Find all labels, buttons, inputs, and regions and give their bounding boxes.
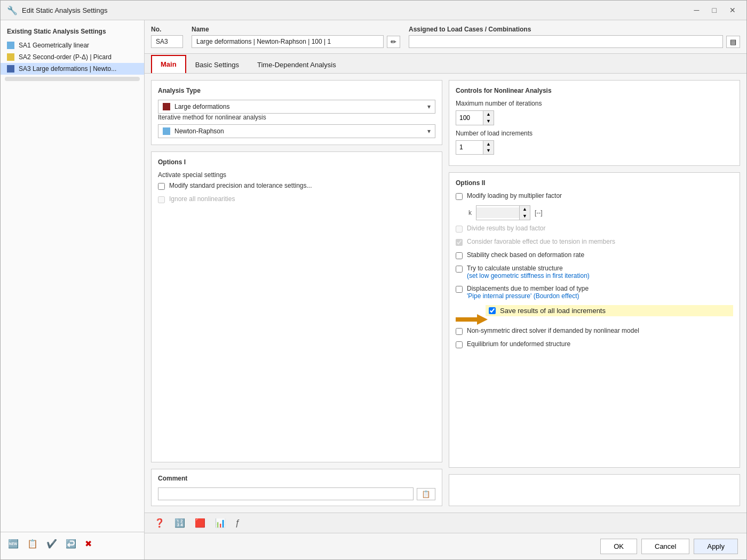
cancel-button[interactable]: Cancel (641, 539, 689, 554)
num-increments-input[interactable] (456, 142, 483, 153)
sa3-color-box (7, 65, 14, 73)
delete-button[interactable]: ✖ (82, 537, 95, 551)
k-up-button[interactable]: ▲ (520, 206, 530, 213)
sa3-label: SA3 Large deformations | Newto... (19, 65, 116, 73)
ignore-nonlin-checkbox[interactable] (158, 196, 165, 203)
modify-loading-label[interactable]: Modify loading by multiplier factor (467, 192, 562, 199)
num-increments-up-button[interactable]: ▲ (483, 141, 494, 148)
checkbox-non-symmetric: Non-symmetric direct solver if demanded … (456, 327, 733, 335)
stability-check-checkbox[interactable] (456, 252, 463, 259)
checkbox-modify-precision: Modify standard precision and tolerance … (158, 182, 435, 190)
equilibrium-checkbox[interactable] (456, 341, 463, 348)
assigned-label: Assigned to Load Cases / Combinations (409, 26, 740, 33)
max-iter-spinbox-row: ▲ ▼ (456, 110, 733, 125)
divide-results-checkbox[interactable] (456, 226, 463, 233)
activate-label: Activate special settings (158, 171, 435, 179)
sidebar: Existing Static Analysis Settings SA1 Ge… (1, 20, 145, 559)
iterative-method-dropdown[interactable]: Newton-Raphson ▾ (158, 124, 435, 138)
minimize-button[interactable]: ─ (690, 5, 704, 15)
tool-btn-4[interactable]: 📊 (212, 516, 229, 530)
check1-button[interactable]: ✔️ (43, 537, 60, 551)
comment-copy-button[interactable]: 📋 (417, 488, 435, 500)
sa1-color-box (7, 42, 14, 49)
calc-unstable-label[interactable]: Try to calculate unstable structure(set … (467, 265, 590, 279)
modify-loading-checkbox[interactable] (456, 193, 463, 200)
bottom-toolbar: ❓ 🔢 🟥 📊 ƒ (145, 513, 746, 533)
calc-unstable-checkbox[interactable] (456, 266, 463, 273)
checkbox-consider-favorable: Consider favorable effect due to tension… (456, 238, 733, 246)
sidebar-footer: 🆕 📋 ✔️ ↩️ ✖ (1, 532, 144, 555)
apply-button[interactable]: Apply (694, 539, 738, 554)
sidebar-item-sa3[interactable]: SA3 Large deformations | Newto... (1, 63, 144, 75)
add-button[interactable]: 🆕 (5, 537, 22, 551)
footer: OK Cancel Apply (145, 533, 746, 559)
analysis-type-value: Large deformations (174, 103, 229, 110)
assigned-input[interactable] (409, 35, 723, 48)
ok-button[interactable]: OK (600, 539, 637, 554)
displacements-label[interactable]: Displacements due to member load of type… (467, 285, 589, 300)
title-bar: 🔧 Edit Static Analysis Settings ─ □ ✕ (1, 1, 746, 20)
tool-btn-1[interactable]: ❓ (151, 516, 168, 530)
save-results-checkbox[interactable] (489, 307, 496, 314)
k-input[interactable] (476, 207, 519, 218)
non-symmetric-label[interactable]: Non-symmetric direct solver if demanded … (467, 327, 639, 334)
checkbox-stability-check: Stability check based on deformation rat… (456, 251, 733, 259)
consider-favorable-label: Consider favorable effect due to tension… (467, 238, 615, 245)
name-input[interactable]: Large deformations | Newton-Raphson | 10… (192, 35, 384, 48)
analysis-type-dropdown[interactable]: Large deformations ▾ (158, 100, 435, 114)
iterative-label: Iterative method for nonlinear analysis (158, 114, 435, 121)
num-increments-down-button[interactable]: ▼ (483, 147, 494, 154)
comment-input[interactable] (158, 487, 414, 500)
max-iter-input[interactable] (456, 113, 483, 123)
stability-check-label[interactable]: Stability check based on deformation rat… (467, 251, 584, 259)
options1-title: Options I (158, 158, 435, 166)
tool-btn-2[interactable]: 🔢 (171, 516, 188, 530)
max-iter-up-button[interactable]: ▲ (483, 111, 494, 118)
options1-section: Options I Activate special settings Modi… (151, 151, 442, 462)
max-iter-down-button[interactable]: ▼ (483, 118, 494, 125)
modify-precision-label[interactable]: Modify standard precision and tolerance … (169, 182, 312, 189)
tool-btn-5[interactable]: ƒ (232, 517, 243, 530)
tab-basic-settings[interactable]: Basic Settings (186, 56, 248, 73)
iterative-chevron-icon: ▾ (427, 127, 431, 135)
sidebar-scrollbar[interactable] (5, 77, 140, 81)
comment-section: Comment 📋 (151, 469, 442, 506)
equilibrium-label[interactable]: Equilibrium for undeformed structure (467, 340, 570, 348)
top-info-row: No. SA3 Name Large deformations | Newton… (145, 20, 746, 54)
checkbox-displacements: Displacements due to member load of type… (456, 285, 733, 300)
tab-main[interactable]: Main (151, 55, 186, 73)
num-increments-spin-buttons: ▲ ▼ (483, 141, 494, 155)
tool-btn-3[interactable]: 🟥 (192, 516, 209, 530)
tabs-bar: Main Basic Settings Time-Dependent Analy… (145, 54, 746, 74)
modify-precision-checkbox[interactable] (158, 183, 165, 190)
consider-favorable-checkbox[interactable] (456, 239, 463, 246)
sidebar-item-sa2[interactable]: SA2 Second-order (P-Δ) | Picard (1, 51, 144, 63)
iterative-value: Newton-Raphson (174, 127, 224, 135)
displacements-checkbox[interactable] (456, 286, 463, 293)
non-symmetric-checkbox[interactable] (456, 328, 463, 335)
table-icon-button[interactable]: ▤ (726, 36, 740, 48)
checkbox-calc-unstable: Try to calculate unstable structure(set … (456, 265, 733, 279)
tab-time-dependent[interactable]: Time-Dependent Analysis (248, 56, 345, 73)
analysis-type-color (163, 103, 170, 110)
panel-right: Controls for Nonlinear Analysis Maximum … (449, 80, 740, 506)
k-unit: [--] (535, 209, 543, 217)
no-group: No. SA3 (151, 26, 183, 48)
max-iter-spin-buttons: ▲ ▼ (483, 111, 494, 125)
svg-marker-0 (456, 314, 488, 325)
sidebar-item-sa1[interactable]: SA1 Geometrically linear (1, 39, 144, 51)
right-comment-area (449, 474, 740, 506)
check2-button[interactable]: ↩️ (62, 537, 80, 551)
maximize-button[interactable]: □ (708, 5, 721, 15)
panels-row: Analysis Type Large deformations ▾ Itera… (145, 74, 746, 513)
copy-button[interactable]: 📋 (24, 537, 41, 551)
analysis-type-chevron-icon: ▾ (427, 103, 431, 110)
save-results-label[interactable]: Save results of all load increments (500, 307, 606, 315)
name-group: Name Large deformations | Newton-Raphson… (192, 26, 400, 48)
k-down-button[interactable]: ▼ (520, 213, 530, 220)
close-button[interactable]: ✕ (725, 5, 740, 15)
edit-name-button[interactable]: ✏ (387, 36, 400, 48)
assigned-group: Assigned to Load Cases / Combinations ▤ (409, 26, 740, 48)
iterative-color (163, 127, 170, 135)
max-iter-spinbox: ▲ ▼ (456, 110, 494, 125)
